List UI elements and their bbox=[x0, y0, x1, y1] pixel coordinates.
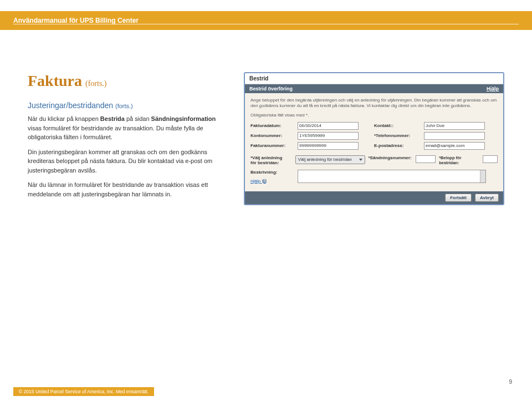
bar-label: Bestrid överföring bbox=[249, 86, 293, 92]
label-sandningsnummer: *Sändningsnummer: bbox=[369, 155, 416, 160]
label-fakturadatum: Fakturadatum: bbox=[250, 123, 298, 128]
input-telefonnummer[interactable] bbox=[424, 132, 485, 140]
label-beskrivning: Beskrivning: bbox=[250, 170, 298, 175]
label-fakturanummer: Fakturanummer: bbox=[250, 143, 298, 148]
continue-button[interactable]: Fortsätt bbox=[445, 194, 472, 202]
scrollbar[interactable] bbox=[480, 170, 485, 182]
p1-mid: på sidan bbox=[125, 115, 151, 122]
header-band: Användarmanual för UPS Billing Center bbox=[0, 11, 532, 30]
button-row: Fortsätt Avbryt bbox=[245, 191, 503, 204]
p1-bold-1: Bestrida bbox=[100, 115, 125, 122]
left-column: Faktura (forts.) Justeringar/bestridande… bbox=[28, 72, 222, 204]
form-section-bar: Bestrid överföring Hjälp bbox=[245, 84, 503, 93]
p1-bold-2: Sändningsinformation bbox=[151, 115, 216, 122]
heading-suffix: (forts.) bbox=[85, 79, 107, 88]
p1-post: visas formuläret för bestridande av tran… bbox=[28, 125, 203, 141]
page-heading: Faktura (forts.) bbox=[28, 72, 222, 90]
label-kontonummer: Kontonummer: bbox=[250, 133, 298, 138]
form-title: Bestrid bbox=[245, 73, 503, 84]
input-kontonummer[interactable]: 1YE5959999 bbox=[298, 132, 359, 140]
label-reason-line2: för bestridan: bbox=[250, 160, 295, 165]
question-icon: ? bbox=[262, 179, 267, 183]
body-paragraph-2: Din justeringsbegäran kommer att granska… bbox=[28, 148, 222, 175]
form-body: Ange beloppet för den begärda utjämninge… bbox=[245, 93, 503, 191]
copyright: © 2015 United Parcel Service of America,… bbox=[13, 387, 154, 396]
form-description: Ange beloppet för den begärda utjämninge… bbox=[250, 98, 498, 109]
select-reason[interactable]: Välj anledning för bestridan bbox=[295, 155, 365, 164]
cancel-button[interactable]: Avbryt bbox=[475, 194, 499, 202]
subheading: Justeringar/bestridanden (forts.) bbox=[28, 101, 222, 110]
heading-main: Faktura bbox=[28, 72, 82, 90]
label-epostadress: E-postadress: bbox=[374, 143, 424, 148]
input-fakturadatum[interactable]: 06/30/2014 bbox=[298, 122, 359, 130]
textarea-beskrivning[interactable] bbox=[298, 170, 486, 183]
label-kontakt: Kontakt:: bbox=[374, 123, 424, 128]
input-kontakt[interactable]: John Doe bbox=[424, 122, 485, 130]
form-screenshot: Bestrid Bestrid överföring Hjälp Ange be… bbox=[244, 72, 504, 205]
subhead-main: Justeringar/bestridanden bbox=[28, 101, 113, 110]
input-epostadress[interactable]: email@sample.com bbox=[424, 142, 485, 150]
p1-pre: När du klickar på knappen bbox=[28, 115, 100, 122]
required-note: Obligatoriska fält visas med *. bbox=[250, 113, 498, 118]
input-belopp[interactable] bbox=[483, 155, 498, 163]
label-belopp: *Belopp för bestridan: bbox=[439, 155, 480, 165]
input-sandningsnummer[interactable] bbox=[416, 155, 436, 163]
subhead-suffix: (forts.) bbox=[115, 103, 133, 109]
page-number: 9 bbox=[509, 379, 512, 385]
footer: © 2015 United Parcel Service of America,… bbox=[13, 385, 519, 396]
input-fakturanummer[interactable]: 99999999999 bbox=[298, 142, 359, 150]
header-underline bbox=[13, 24, 519, 24]
label-reason-line1: *Välj anledning bbox=[250, 155, 295, 160]
label-telefonnummer: *Telefonnummer: bbox=[374, 133, 424, 138]
beskrivning-help-text: Hjälp bbox=[250, 179, 260, 184]
body-paragraph-3: När du lämnar in formuläret för bestrida… bbox=[28, 180, 222, 199]
help-link[interactable]: Hjälp bbox=[487, 86, 499, 92]
header-title: Användarmanual för UPS Billing Center bbox=[13, 17, 139, 24]
beskrivning-help-link[interactable]: Hjälp ? bbox=[250, 179, 267, 184]
body-paragraph-1: När du klickar på knappen Bestrida på si… bbox=[28, 114, 222, 142]
